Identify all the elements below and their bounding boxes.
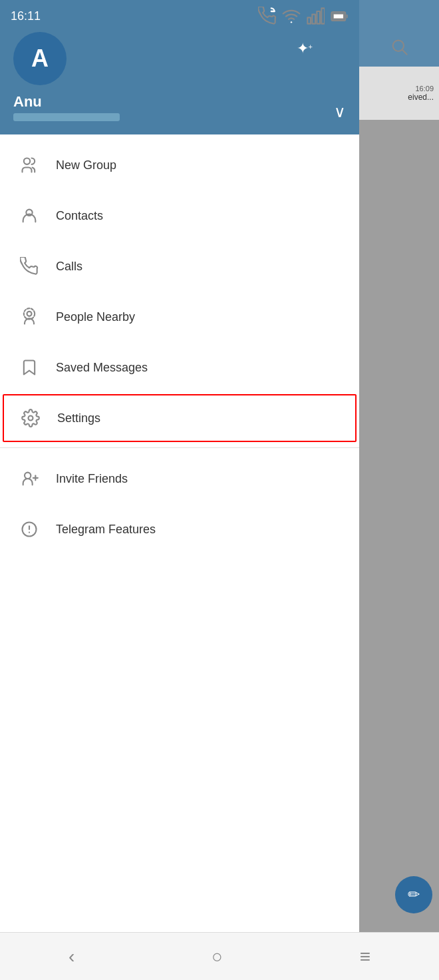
svg-rect-3 <box>307 17 311 23</box>
saved-messages-label: Saved Messages <box>56 361 148 375</box>
chat-time: 16:09 <box>415 85 434 93</box>
chat-preview-area: 16:09 eived... <box>359 67 439 120</box>
right-panel: 16:09 eived... <box>359 0 439 980</box>
telegram-features-label: Telegram Features <box>56 523 156 537</box>
svg-point-12 <box>27 312 32 316</box>
settings-label: Settings <box>57 411 100 425</box>
sidebar-item-contacts[interactable]: Contacts <box>0 190 359 241</box>
calls-label: Calls <box>56 260 82 274</box>
people-nearby-label: People Nearby <box>56 310 135 324</box>
navigation-drawer: 16:11 <box>0 0 359 980</box>
back-button[interactable]: ‹ <box>69 946 74 967</box>
new-group-icon <box>16 152 43 178</box>
settings-icon <box>17 405 44 431</box>
svg-point-14 <box>29 416 33 421</box>
battery-status-icon <box>330 7 349 25</box>
telegram-features-icon <box>16 516 43 543</box>
svg-point-2 <box>291 21 292 23</box>
contacts-icon <box>16 202 43 229</box>
invite-friends-label: Invite Friends <box>56 472 128 486</box>
sidebar-item-calls[interactable]: Calls <box>0 241 359 292</box>
svg-rect-9 <box>333 14 344 19</box>
menu-list: New Group Contacts Calls <box>0 134 359 980</box>
avatar: A <box>13 32 67 85</box>
sidebar-item-saved-messages[interactable]: Saved Messages <box>0 342 359 393</box>
invite-friends-icon <box>16 465 43 492</box>
contacts-label: Contacts <box>56 209 103 223</box>
search-icon[interactable] <box>390 37 408 60</box>
saved-messages-icon <box>16 354 43 381</box>
people-nearby-icon <box>16 304 43 330</box>
sidebar-item-telegram-features[interactable]: Telegram Features <box>0 504 359 555</box>
chat-preview-text: eived... <box>408 93 434 102</box>
compose-icon: ✏ <box>408 886 420 903</box>
svg-point-10 <box>24 158 30 164</box>
sidebar-item-new-group[interactable]: New Group <box>0 140 359 190</box>
call-status-icon <box>258 7 277 25</box>
status-icons <box>258 7 349 25</box>
svg-line-1 <box>402 50 406 54</box>
wifi-status-icon <box>282 7 301 25</box>
sidebar-item-people-nearby[interactable]: People Nearby <box>0 292 359 342</box>
svg-rect-4 <box>312 15 315 24</box>
menu-button[interactable]: ≡ <box>360 946 370 967</box>
user-name: Anu <box>13 93 346 111</box>
svg-point-15 <box>25 473 31 479</box>
svg-rect-6 <box>321 8 325 23</box>
menu-divider <box>0 447 359 448</box>
navigation-bar: ‹ ○ ≡ <box>0 932 439 980</box>
night-mode-icon[interactable]: ✦+ <box>297 40 313 57</box>
compose-fab-button[interactable]: ✏ <box>395 876 432 913</box>
right-panel-header <box>359 0 439 67</box>
calls-icon <box>16 253 43 280</box>
sidebar-item-settings[interactable]: Settings <box>3 394 357 442</box>
new-group-label: New Group <box>56 158 116 172</box>
home-button[interactable]: ○ <box>212 946 223 967</box>
chevron-down-icon[interactable]: ∨ <box>334 103 346 121</box>
svg-rect-5 <box>317 11 320 24</box>
user-phone <box>13 113 120 121</box>
sidebar-item-invite-friends[interactable]: Invite Friends <box>0 453 359 504</box>
status-bar: 16:11 <box>0 0 359 32</box>
status-time: 16:11 <box>11 9 41 23</box>
svg-point-13 <box>24 308 35 319</box>
signal-status-icon <box>306 7 325 25</box>
